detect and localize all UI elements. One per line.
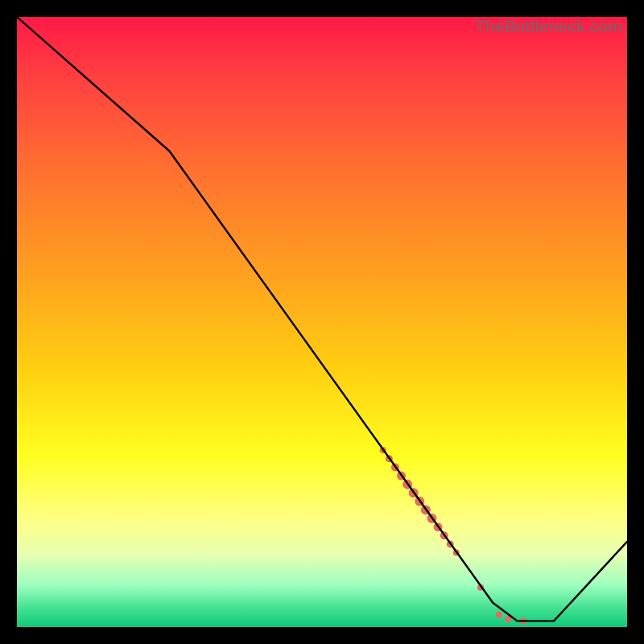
chart-area: TheBottleneck.com xyxy=(17,17,627,627)
highlight-markers xyxy=(380,447,526,624)
bottleneck-curve xyxy=(17,17,627,621)
chart-svg xyxy=(17,17,627,627)
marker-dot xyxy=(496,612,502,618)
